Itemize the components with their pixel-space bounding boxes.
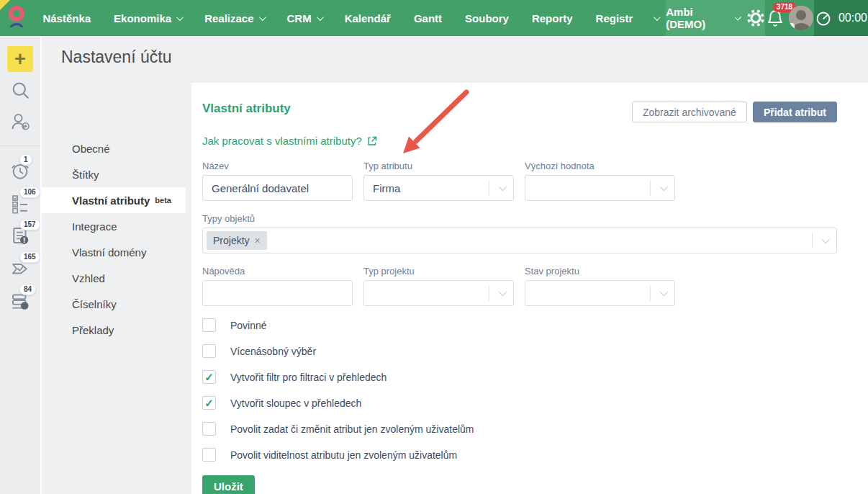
settings-item-stitky[interactable]: Štítky [42, 161, 191, 187]
documents-badge: 157 [19, 219, 40, 230]
billing-button[interactable]: 84 [9, 289, 31, 311]
app-window: Nástěnka Ekonomika Realizace CRM Kalendá… [0, 0, 868, 494]
save-button[interactable]: Uložit [202, 475, 255, 494]
alerts-section: 3718 [765, 0, 814, 36]
avatar-overlay-figure [789, 23, 795, 30]
field-label-typy-objektu: Typy objektů [202, 213, 837, 224]
timer-section[interactable]: 00:00 [814, 0, 868, 36]
search-icon [9, 79, 31, 101]
field-label-typ-projektu: Typ projektu [363, 266, 514, 277]
chevron-down-icon [176, 14, 184, 21]
chevron-down-icon [317, 14, 324, 21]
nav-item-soubory[interactable]: Soubory [456, 0, 518, 36]
add-user-button[interactable] [9, 111, 31, 133]
sidebar-divider [0, 145, 40, 146]
selected-tag-projekty: Projekty × [207, 231, 267, 250]
gear-icon [746, 9, 765, 27]
settings-item-integrace[interactable]: Integrace [42, 213, 191, 239]
field-label-vychozi-hodnota: Výchozí hodnota [525, 161, 675, 171]
tasks-badge: 106 [19, 187, 40, 198]
help-link[interactable]: Jak pracovat s vlastními atributy? [202, 135, 377, 147]
nav-item-nastenka[interactable]: Nástěnka [33, 0, 100, 36]
checkbox-vytvorit-sloupec[interactable]: ✓ [202, 396, 216, 410]
approvals-badge: 165 [19, 251, 40, 263]
billing-badge: 84 [19, 284, 36, 295]
chevron-down-icon [258, 14, 266, 21]
settings-item-vlastni-atributy[interactable]: Vlastní atributybeta [42, 187, 186, 213]
search-button[interactable] [9, 79, 31, 101]
workspace-section: Ambi (DEMO) [666, 0, 765, 36]
documents-button[interactable]: 157 [9, 225, 31, 246]
field-label-nazev: Název [202, 161, 353, 171]
icon-sidebar: + 1 [0, 36, 42, 494]
settings-item-vzhled[interactable]: Vzhled [42, 265, 191, 291]
checkbox-povolit-zadat[interactable] [202, 422, 216, 436]
chevron-down-icon [821, 235, 829, 243]
notifications-button[interactable]: 3718 [766, 9, 785, 27]
chevron-down-icon [498, 183, 506, 191]
checkbox-vicenasobny-vyber[interactable] [202, 344, 216, 358]
add-user-icon [9, 111, 31, 133]
remove-tag-icon[interactable]: × [255, 235, 261, 246]
field-label-typ-atributu: Typ atributu [363, 161, 514, 171]
nav-item-reporty[interactable]: Reporty [523, 0, 582, 36]
nazev-input[interactable] [202, 175, 353, 201]
nav-item-ekonomika[interactable]: Ekonomika [104, 0, 191, 36]
nav-menu: Nástěnka Ekonomika Realizace CRM Kalendá… [33, 0, 666, 36]
plus-icon: + [14, 48, 26, 71]
reminders-badge: 1 [19, 154, 32, 166]
corner-fold-decoration [0, 0, 10, 10]
attribute-form: Název Typ atributu Firma Výchozí hodnota [202, 161, 837, 494]
vychozi-hodnota-select[interactable] [525, 175, 675, 201]
select-chevron-zone [650, 285, 674, 301]
nav-more-menu[interactable] [646, 0, 666, 36]
chevron-down-icon [498, 288, 506, 296]
settings-item-ciselniky[interactable]: Číselníky [42, 291, 191, 317]
field-label-napoveda: Nápověda [202, 266, 353, 277]
beta-badge: beta [155, 196, 171, 205]
reminders-button[interactable]: 1 [9, 160, 31, 181]
show-archived-button[interactable]: Zobrazit archivované [632, 102, 747, 122]
tasks-button[interactable]: 106 [9, 192, 31, 214]
approvals-button[interactable]: 165 [9, 257, 31, 279]
timer-value: 00:00 [838, 12, 867, 24]
nav-item-kalendar[interactable]: Kalendář [335, 0, 400, 36]
nav-item-crm[interactable]: CRM [278, 0, 331, 36]
settings-item-vlastni-domeny[interactable]: Vlastní domény [42, 239, 191, 265]
content-panel: Vlastní atributy Zobrazit archivované Př… [191, 83, 868, 494]
checkbox-povinne[interactable] [202, 318, 216, 332]
field-label-stav-projektu: Stav projektu [525, 266, 675, 277]
select-chevron-zone [812, 233, 836, 248]
workspace-switcher[interactable]: Ambi (DEMO) [666, 6, 727, 30]
section-title: Vlastní atributy [202, 102, 291, 116]
settings-gear-button[interactable] [746, 9, 765, 27]
typ-atributu-select[interactable]: Firma [363, 175, 514, 201]
top-navigation: Nástěnka Ekonomika Realizace CRM Kalendá… [0, 0, 868, 36]
chevron-down-icon [659, 288, 667, 296]
napoveda-input[interactable] [202, 280, 353, 306]
external-link-icon [367, 136, 377, 146]
select-chevron-zone [489, 285, 513, 301]
typy-objektu-multiselect[interactable]: Projekty × [202, 228, 837, 253]
checkbox-povolit-viditelnost[interactable] [202, 448, 216, 462]
stav-projektu-select[interactable] [525, 280, 675, 306]
checkbox-vytvorit-filtr[interactable]: ✓ [202, 370, 216, 384]
create-new-button[interactable]: + [7, 46, 33, 72]
chevron-down-icon [654, 14, 661, 21]
page-title: Nastavení účtu [61, 48, 171, 67]
nav-item-realizace[interactable]: Realizace [195, 0, 273, 36]
nav-item-registr[interactable]: Registr [587, 0, 643, 36]
nav-item-gantt[interactable]: Gantt [404, 0, 451, 36]
chevron-down-icon [659, 183, 667, 191]
settings-item-obecne[interactable]: Obecné [42, 135, 191, 161]
add-attribute-button[interactable]: Přidat atribut [753, 102, 837, 122]
typ-projektu-select[interactable] [363, 280, 514, 306]
select-chevron-zone [489, 180, 513, 196]
stopwatch-icon [815, 9, 832, 27]
settings-item-preklady[interactable]: Překlady [42, 317, 191, 343]
settings-menu: Obecné Štítky Vlastní atributybeta Integ… [42, 135, 191, 343]
select-chevron-zone [650, 180, 674, 196]
user-avatar[interactable] [789, 6, 813, 30]
chevron-down-icon [734, 14, 741, 20]
